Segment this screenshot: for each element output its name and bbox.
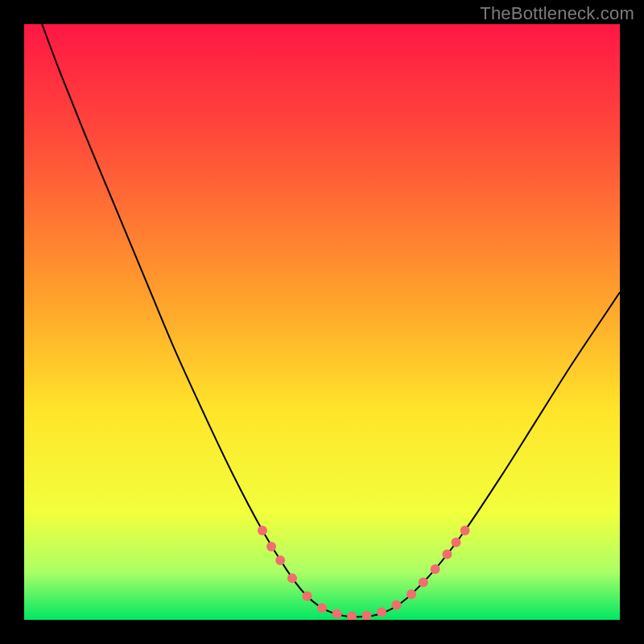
chart-background [24,24,620,620]
highlight-dot [266,542,276,551]
highlight-dot [452,538,461,547]
highlight-dot [317,603,327,613]
highlight-dot [275,555,285,565]
watermark-text: TheBottleneck.com [480,3,634,24]
chart-frame [24,24,620,620]
highlight-dot [392,601,402,610]
highlight-dot [332,609,342,619]
chart-svg [24,24,620,620]
highlight-dot [442,550,452,559]
highlight-dot [303,591,312,601]
highlight-dot [287,573,297,583]
highlight-dot [419,577,428,587]
highlight-dot [407,589,416,599]
highlight-dot [258,526,267,535]
highlight-dot [377,607,386,617]
highlight-dot [460,526,470,535]
highlight-dot [431,564,440,574]
